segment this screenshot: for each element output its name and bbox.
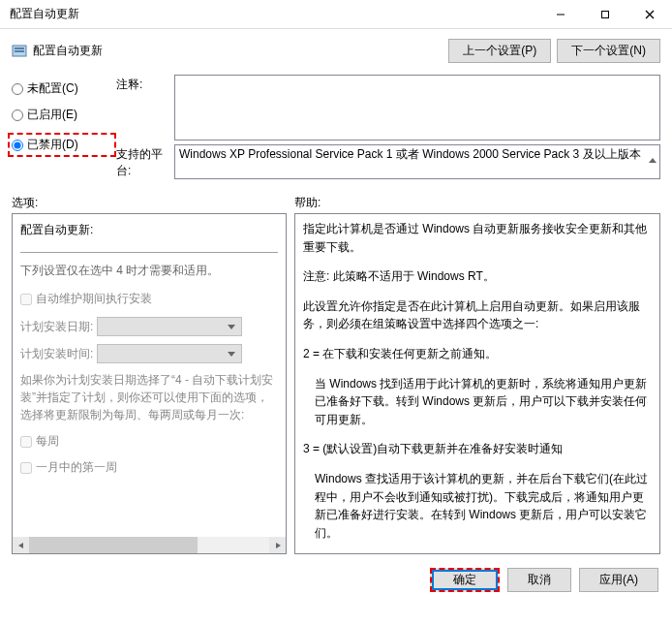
platform-box[interactable]: Windows XP Professional Service Pack 1 或… <box>174 144 660 179</box>
help-p6: 3 = (默认设置)自动下载更新并在准备好安装时通知 <box>303 440 652 458</box>
radio-disabled[interactable]: 已禁用(D) <box>12 137 108 153</box>
scroll-right-icon[interactable] <box>269 537 286 553</box>
chk-weekly <box>20 436 32 448</box>
minimize-button[interactable] <box>538 0 583 29</box>
comment-label: 注释: <box>116 75 174 141</box>
ok-button[interactable]: 确定 <box>430 568 500 592</box>
help-p5: 当 Windows 找到适用于此计算机的更新时，系统将通知用户更新已准备好下载。… <box>303 375 652 429</box>
sched-time-select[interactable] <box>97 344 242 363</box>
radio-enabled[interactable]: 已启用(E) <box>12 107 116 123</box>
svg-rect-6 <box>15 50 24 52</box>
state-radio-group: 未配置(C) 已启用(E) 已禁用(D) <box>12 75 116 183</box>
sched-time-label: 计划安装时间: <box>20 346 93 362</box>
divider <box>20 252 278 253</box>
help-p2: 注意: 此策略不适用于 Windows RT。 <box>303 267 652 286</box>
options-content: 配置自动更新: 下列设置仅在选中 4 时才需要和适用。 自动维护期间执行安装 计… <box>13 214 286 493</box>
policy-icon <box>12 44 27 59</box>
comment-row: 注释: <box>116 75 660 141</box>
scroll-up-icon[interactable] <box>648 155 657 169</box>
chk-first-week <box>20 462 32 474</box>
platform-text: Windows XP Professional Service Pack 1 或… <box>179 147 641 161</box>
options-panel: 配置自动更新: 下列设置仅在选中 4 时才需要和适用。 自动维护期间执行安装 计… <box>12 213 287 554</box>
platform-label: 支持的平台: <box>116 144 174 179</box>
svg-rect-1 <box>602 11 609 17</box>
chk-auto-maint-row[interactable]: 自动维护期间执行安装 <box>20 291 278 307</box>
svg-marker-7 <box>649 158 657 163</box>
options-hscrollbar[interactable] <box>13 537 286 553</box>
chk-auto-maint-label: 自动维护期间执行安装 <box>36 291 152 307</box>
chk-weekly-row[interactable]: 每周 <box>20 433 278 450</box>
platform-row: 支持的平台: Windows XP Professional Service P… <box>116 144 660 179</box>
svg-rect-5 <box>15 47 24 49</box>
scroll-thumb[interactable] <box>29 537 198 553</box>
chk-weekly-label: 每周 <box>36 433 59 450</box>
svg-marker-8 <box>18 543 23 548</box>
top-section: 未配置(C) 已启用(E) 已禁用(D) 注释: 支持的平台: Windows … <box>0 69 672 187</box>
sched-time-row: 计划安装时间: <box>20 344 278 363</box>
sched-day-row: 计划安装日期: <box>20 317 278 336</box>
chk-first-week-row[interactable]: 一月中的第一周 <box>20 459 278 476</box>
help-label: 帮助: <box>294 195 321 211</box>
page-title: 配置自动更新 <box>33 43 443 59</box>
svg-marker-9 <box>276 543 281 548</box>
radio-not-configured-label: 未配置(C) <box>27 80 78 97</box>
close-button[interactable] <box>627 0 672 29</box>
sched-day-label: 计划安装日期: <box>20 319 93 335</box>
apply-button[interactable]: 应用(A) <box>579 568 658 592</box>
next-setting-button[interactable]: 下一个设置(N) <box>557 39 660 63</box>
comment-input[interactable] <box>174 75 660 141</box>
options-desc: 如果你为计划安装日期选择了“4 - 自动下载计划安装”并指定了计划，则你还可以使… <box>20 371 278 423</box>
section-labels: 选项: 帮助: <box>0 187 672 213</box>
chk-first-week-label: 一月中的第一周 <box>36 459 117 476</box>
title-bar: 配置自动更新 <box>0 0 672 29</box>
scroll-left-icon[interactable] <box>13 537 29 553</box>
radio-disabled-label: 已禁用(D) <box>27 137 78 153</box>
radio-not-configured[interactable]: 未配置(C) <box>12 80 116 97</box>
options-title: 配置自动更新: <box>20 222 278 238</box>
help-p4: 2 = 在下载和安装任何更新之前通知。 <box>303 345 652 363</box>
help-p3: 此设置允许你指定是否在此计算机上启用自动更新。如果启用该服务，则必须在组策略设置… <box>303 297 652 333</box>
sched-day-select[interactable] <box>97 317 242 336</box>
radio-enabled-label: 已启用(E) <box>27 107 77 123</box>
help-panel[interactable]: 指定此计算机是否通过 Windows 自动更新服务接收安全更新和其他重要下载。 … <box>294 213 660 554</box>
maximize-button[interactable] <box>583 0 627 29</box>
header: 配置自动更新 上一个设置(P) 下一个设置(N) <box>0 29 672 69</box>
radio-not-configured-input[interactable] <box>12 83 23 95</box>
chk-auto-maint <box>20 294 32 305</box>
meta-column: 注释: 支持的平台: Windows XP Professional Servi… <box>116 75 660 183</box>
middle-section: 配置自动更新: 下列设置仅在选中 4 时才需要和适用。 自动维护期间执行安装 计… <box>0 213 672 558</box>
help-content: 指定此计算机是否通过 Windows 自动更新服务接收安全更新和其他重要下载。 … <box>295 214 659 554</box>
prev-setting-button[interactable]: 上一个设置(P) <box>448 39 551 63</box>
footer: 确定 取消 应用(A) <box>0 558 672 602</box>
help-p1: 指定此计算机是否通过 Windows 自动更新服务接收安全更新和其他重要下载。 <box>303 220 652 256</box>
options-note: 下列设置仅在选中 4 时才需要和适用。 <box>20 263 278 279</box>
options-label: 选项: <box>12 195 294 211</box>
help-p7: Windows 查找适用于该计算机的更新，并在后台下载它们(在此过程中，用户不会… <box>303 470 652 542</box>
cancel-button[interactable]: 取消 <box>507 568 571 592</box>
scroll-track[interactable] <box>29 537 269 553</box>
highlight-disabled: 已禁用(D) <box>8 133 116 157</box>
radio-disabled-input[interactable] <box>12 140 23 151</box>
window-title: 配置自动更新 <box>10 6 538 22</box>
radio-enabled-input[interactable] <box>12 109 23 121</box>
